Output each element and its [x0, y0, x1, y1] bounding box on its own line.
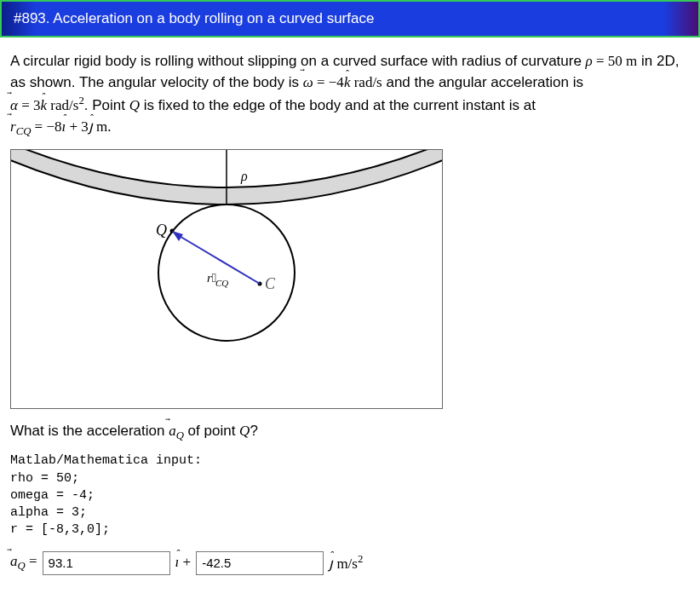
rCQ-arrowhead — [172, 231, 183, 241]
omega-equation: ω⃗ = −4kˆ rad/s — [303, 74, 382, 90]
C-label: C — [265, 275, 276, 292]
answer-lhs: a⃗Q = — [10, 551, 37, 574]
text: A circular rigid body is rolling without… — [10, 53, 586, 69]
answer-j-input[interactable] — [196, 551, 324, 575]
code-title: Matlab/Mathematica input: — [10, 453, 202, 468]
problem-content: A circular rigid body is rolling without… — [0, 37, 700, 584]
text: in 2D, — [637, 53, 679, 69]
text: of point — [184, 423, 239, 439]
rho-label: ρ — [240, 169, 248, 184]
rho-equation: ρ = 50 m — [586, 53, 638, 69]
r-equation: r⃗CQ = −8ıˆ + 3ȷˆ m. — [10, 118, 112, 135]
text: is fixed to the edge of the body and at … — [140, 97, 536, 113]
unit-label: ȷˆ m/s2 — [329, 551, 363, 574]
figure-svg: ρ Q C r⃗ CQ — [11, 150, 442, 408]
answer-i-input[interactable] — [43, 551, 170, 575]
text: ? — [250, 423, 257, 439]
alpha-equation: α⃗ = 3kˆ rad/s2 — [10, 97, 84, 113]
aQ-var: a⃗Q — [169, 423, 184, 439]
rCQ-vector — [178, 235, 260, 284]
Q-label: Q — [156, 222, 167, 239]
problem-header: #893. Acceleration on a body rolling on … — [0, 0, 700, 37]
question: What is the acceleration a⃗Q of point Q? — [10, 421, 690, 444]
i-hat-plus: ıˆ + — [175, 552, 192, 573]
answer-row: a⃗Q = ıˆ + ȷˆ m/s2 — [10, 551, 690, 575]
Q-var: Q — [129, 97, 140, 113]
problem-statement: A circular rigid body is rolling without… — [10, 51, 690, 139]
rolling-body — [158, 204, 295, 341]
rCQ-sub-label: CQ — [215, 278, 228, 288]
code-line: omega = -4; — [10, 488, 95, 503]
text: and the angular acceleration is — [382, 74, 583, 90]
text: What is the acceleration — [10, 423, 169, 439]
code-line: r = [-8,3,0]; — [10, 522, 110, 537]
text: as shown. The angular velocity of the bo… — [10, 74, 303, 90]
code-input-block: Matlab/Mathematica input: rho = 50; omeg… — [10, 452, 690, 539]
code-line: alpha = 3; — [10, 505, 87, 520]
Q-var2: Q — [239, 423, 250, 439]
code-line: rho = 50; — [10, 471, 79, 486]
problem-title: #893. Acceleration on a body rolling on … — [14, 10, 374, 26]
figure: ρ Q C r⃗ CQ — [10, 149, 443, 409]
